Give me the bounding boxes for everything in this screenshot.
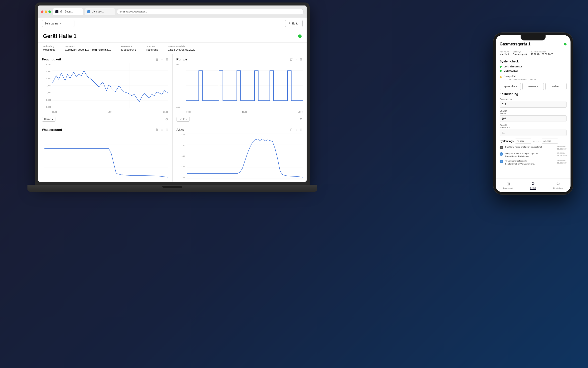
chart-wasserstand-header: Wasserstand 🗑 ≡ ⊞ bbox=[42, 128, 168, 132]
x-label-0600: 06:00 bbox=[52, 111, 57, 113]
phone-nav-debug[interactable]: ⚙ Debug bbox=[521, 180, 546, 191]
pumpe-list-icon[interactable]: ≡ bbox=[295, 57, 297, 61]
chart-feuchtigkeit-icons: 🗑 ≡ ⊞ bbox=[155, 57, 168, 61]
field-sensor-h1-input[interactable] bbox=[500, 115, 567, 122]
akku-svg bbox=[187, 134, 303, 179]
akku-y-axis: 15.0 14.5 14.0 13.5 13.0 bbox=[177, 134, 187, 179]
feuchtigkeit-settings-icon[interactable]: ⚙ bbox=[165, 117, 168, 121]
phone-nav-einstellung[interactable]: ⚙ Einstellung bbox=[546, 180, 571, 191]
meta-standort: Standort Karlsruhe bbox=[146, 45, 158, 51]
pumpe-delete-icon[interactable]: 🗑 bbox=[290, 57, 293, 61]
x-label-1800: 18:00 bbox=[163, 111, 168, 113]
delete-icon[interactable]: 🗑 bbox=[155, 57, 159, 61]
tab-favicon-1 bbox=[55, 10, 58, 13]
akku-delete-icon[interactable]: 🗑 bbox=[290, 128, 293, 132]
phone-body: Systemcheck Leckratensensor Dichtesensor… bbox=[496, 57, 571, 178]
chart-feuchtigkeit-footer: Heute ▾ ⚙ bbox=[42, 115, 168, 122]
akku-y-4: 13.0 bbox=[177, 176, 187, 179]
device-header: Gerät Halle 1 bbox=[38, 29, 307, 43]
chart-akku-area: 15.0 14.5 14.0 13.5 13.0 bbox=[177, 134, 303, 182]
phone-meta-type-label: Gerätetyp bbox=[513, 51, 528, 53]
wasserstand-delete-icon[interactable]: 🗑 bbox=[155, 128, 159, 132]
akku-grid-icon[interactable]: ⊞ bbox=[300, 128, 303, 132]
log-time-1: 15:30 Uhr08.09.2020 bbox=[557, 152, 567, 157]
meta-id-label: Geräte-ID bbox=[65, 45, 111, 48]
address-bar[interactable]: localhost:3000/devices/de... bbox=[117, 9, 304, 15]
list-icon[interactable]: ≡ bbox=[161, 57, 163, 61]
dashboard-nav-label: Dashboard bbox=[503, 187, 513, 189]
phone-meta-verbindung: Verbindung Mobilfunk bbox=[500, 51, 509, 55]
pumpe-x-0600: 06:00 bbox=[187, 111, 192, 113]
y-label-4: 3,900 bbox=[42, 92, 52, 94]
pumpe-svg bbox=[186, 63, 303, 108]
phone-meta-geraetetyp: Gerätetyp Gasmessgerät bbox=[513, 51, 528, 55]
feuchtigkeit-svg bbox=[52, 63, 168, 108]
phone-meta-verbindung-value: Mobilfunk bbox=[500, 53, 509, 55]
pencil-icon: ✎ bbox=[288, 22, 291, 25]
maximize-dot[interactable] bbox=[48, 10, 51, 13]
log-date-to-input[interactable] bbox=[542, 139, 558, 144]
chart-pumpe-area: An Aus bbox=[177, 63, 303, 113]
pumpe-grid-icon[interactable]: ⊞ bbox=[300, 57, 303, 61]
einstellung-nav-label: Einstellung bbox=[553, 187, 563, 189]
log-entry-1: i Gasqualität wurde erfolgreich geprüftC… bbox=[500, 152, 567, 158]
recovery-button[interactable]: Recovery bbox=[522, 83, 544, 90]
charts-grid: Feuchtigkeit 🗑 ≡ ⊞ 4,100 4,050 bbox=[38, 54, 307, 182]
field-sensor-h2: QualitätSensor H2 bbox=[500, 124, 567, 136]
y-label-6: 3,800 bbox=[42, 106, 52, 108]
field-sensor-h2-input[interactable] bbox=[500, 130, 567, 136]
tab-label-1: v7 - Goog... bbox=[60, 10, 73, 13]
log-text-0: Das Gerät wurde erfolgreich neugestartet… bbox=[505, 146, 542, 148]
systemcheck-button[interactable]: Systemcheck bbox=[500, 83, 521, 90]
calibration-section: Kalibirierung Dichtesensor QualitätSenso… bbox=[500, 92, 567, 136]
feuchtigkeit-date-btn[interactable]: Heute ▾ bbox=[42, 117, 55, 122]
log-date-from-input[interactable] bbox=[515, 139, 531, 144]
log-text-1: Gasqualität wurde erfolgreich geprüftChe… bbox=[505, 152, 538, 158]
meta-updated-value: 18:13 Uhr, 08.09.2020 bbox=[168, 48, 195, 51]
laptop: v7 - Goog... pitch dec... localhost:3000… bbox=[35, 2, 320, 202]
einstellung-nav-icon: ⚙ bbox=[556, 182, 560, 186]
akku-y-2: 14.0 bbox=[177, 155, 187, 157]
tab-pitch[interactable]: pitch dec... bbox=[85, 8, 115, 15]
pumpe-date-btn[interactable]: Heute ▾ bbox=[177, 117, 190, 122]
debug-nav-label: Debug bbox=[530, 187, 536, 190]
phone-meta-updated-label: Zuletzt aktualisiert bbox=[531, 51, 553, 53]
akku-list-icon[interactable]: ≡ bbox=[295, 128, 297, 132]
meta-verbindung: Verbindung Mobilfunk bbox=[43, 45, 55, 51]
wasserstand-list-icon[interactable]: ≡ bbox=[161, 128, 163, 132]
field-dichtesensor-label: Dichtesensor bbox=[500, 98, 567, 100]
wasserstand-grid-icon[interactable]: ⊞ bbox=[166, 128, 168, 132]
laptop-base bbox=[27, 185, 317, 192]
reboot-button[interactable]: Reboot bbox=[545, 83, 567, 90]
laptop-screen: v7 - Goog... pitch dec... localhost:3000… bbox=[35, 2, 310, 185]
field-sensor-h2-label: QualitätSensor H2 bbox=[500, 124, 567, 129]
dashboard-nav-icon: ⊞ bbox=[507, 182, 510, 186]
tab-google[interactable]: v7 - Goog... bbox=[53, 8, 83, 15]
pumpe-x-1800: 18:00 bbox=[298, 111, 303, 113]
phone-meta-updated-value: 18:13 Uhr, 08.09.2020 bbox=[531, 53, 553, 55]
sensor-gasqualitaet-note: Gerät sollte neukalibriert werden bbox=[508, 78, 536, 80]
minimize-dot[interactable] bbox=[45, 10, 47, 13]
y-label-5: 3,850 bbox=[42, 99, 52, 101]
phone-nav-dashboard[interactable]: ⊞ Dashboard bbox=[496, 180, 521, 191]
chart-wasserstand-icons: 🗑 ≡ ⊞ bbox=[155, 128, 168, 132]
phone-meta: Verbindung Mobilfunk Gerätetyp Gasmessge… bbox=[496, 49, 571, 57]
systemlogs-header: Systemlogs von - bis bbox=[500, 139, 567, 144]
meta-verbindung-label: Verbindung bbox=[43, 45, 55, 48]
phone-meta-type-value: Gasmessgerät bbox=[513, 53, 528, 55]
pumpe-settings-icon[interactable]: ⚙ bbox=[300, 117, 303, 121]
akku-y-1: 14.5 bbox=[177, 144, 187, 147]
y-label-3: 3,950 bbox=[42, 85, 52, 87]
zeitspanne-dropdown[interactable]: Zeitspanne ▾ bbox=[42, 20, 74, 27]
close-dot[interactable] bbox=[41, 10, 43, 13]
chart-feuchtigkeit-area: 4,100 4,050 4,000 3,950 3,900 3,850 3,80… bbox=[42, 63, 168, 113]
device-status-indicator bbox=[298, 34, 302, 38]
chart-akku-header: Akku 🗑 ≡ ⊞ bbox=[177, 128, 303, 132]
grid-icon[interactable]: ⊞ bbox=[166, 57, 168, 61]
log-entry-2: i Abweichung festgestellt:Sende E-Mail a… bbox=[500, 160, 567, 165]
pumpe-date-label: Heute bbox=[179, 118, 186, 121]
phone-notch bbox=[521, 35, 546, 40]
field-dichtesensor-input[interactable] bbox=[500, 101, 567, 108]
y-label-1: 4,050 bbox=[42, 70, 52, 73]
editor-button[interactable]: ✎ Editor bbox=[285, 20, 303, 27]
